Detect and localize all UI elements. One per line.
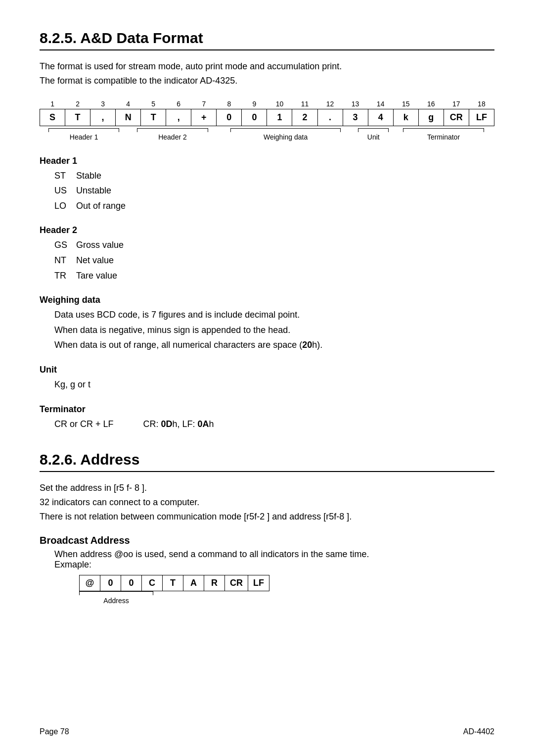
- col-val-8: 0: [217, 109, 242, 126]
- col-num-11: 11: [292, 99, 317, 109]
- weighing-title: Weighing data: [40, 295, 494, 305]
- col-num-4: 4: [116, 99, 141, 109]
- broadcast-desc: When address @oo is used, send a command…: [54, 549, 494, 570]
- bracket-label-terminator: Terminator: [427, 133, 460, 141]
- weighing-line-1: Data uses BCD code, is 7 figures and is …: [54, 307, 494, 323]
- header1-content: STStableUSUnstableLOOut of range: [54, 168, 494, 214]
- unit-title: Unit: [40, 365, 494, 375]
- col-val-17: CR: [444, 109, 469, 126]
- bracket-container: Header 1Header 2Weighing dataUnitTermina…: [40, 128, 494, 141]
- bracket-cell-Header 2: Header 2: [128, 128, 217, 141]
- terminator-left: CR or CR + LF: [54, 417, 114, 432]
- bracket-cell-Terminator: Terminator: [393, 128, 494, 141]
- col-num-3: 3: [90, 99, 116, 109]
- terminator-section: Terminator CR or CR + LF CR: 0Dh, LF: 0A…: [40, 404, 494, 432]
- page-number: Page 78: [40, 727, 69, 736]
- code-key: TR: [54, 268, 72, 284]
- unit-content: Kg, g or t: [54, 377, 494, 392]
- header1-item-st: STStable: [54, 168, 494, 184]
- header2-content: GSGross valueNTNet valueTRTare value: [54, 237, 494, 283]
- col-val-3: ,: [90, 109, 116, 126]
- header1-title: Header 1: [40, 156, 494, 166]
- bracket-label-table: Header 1Header 2Weighing dataUnitTermina…: [40, 128, 494, 141]
- page-footer: Page 78 AD-4402: [0, 727, 534, 736]
- intro826-line: There is not relation between communicat…: [40, 510, 494, 524]
- header1-section: Header 1 STStableUSUnstableLOOut of rang…: [40, 156, 494, 214]
- broadcast-bracket-wrapper: Address: [79, 591, 153, 605]
- col-val-14: 4: [368, 109, 393, 126]
- bracket-cell-Unit: Unit: [355, 128, 393, 141]
- col-num-17: 17: [444, 99, 469, 109]
- broadcast-bracket-label: Address: [103, 597, 129, 605]
- broadcast-bracket-area: Address: [79, 591, 494, 605]
- col-val-11: 2: [292, 109, 317, 126]
- bracket-cell-Weighing data: Weighing data: [217, 128, 355, 141]
- weighing-content: Data uses BCD code, is 7 figures and is …: [54, 307, 494, 353]
- col-num-6: 6: [166, 99, 191, 109]
- col-val-4: N: [116, 109, 141, 126]
- section-826-title: 8.2.6. Address: [40, 451, 494, 472]
- col-val-2: T: [65, 109, 90, 126]
- col-num-15: 15: [393, 99, 418, 109]
- col-val-6: ,: [166, 109, 191, 126]
- section-825-title: 8.2.5. A&D Data Format: [40, 30, 494, 50]
- col-num-2: 2: [65, 99, 90, 109]
- code-value: Net value: [76, 253, 114, 268]
- header2-title: Header 2: [40, 225, 494, 236]
- col-val-9: 0: [242, 109, 267, 126]
- code-key: ST: [54, 168, 72, 184]
- header2-item-tr: TRTare value: [54, 268, 494, 284]
- broadcast-desc2: Exmaple:: [54, 560, 494, 570]
- code-value: Tare value: [76, 268, 117, 284]
- col-num-10: 10: [267, 99, 292, 109]
- col-val-10: 1: [267, 109, 292, 126]
- intro826-line: Set the address in [r5 f- 8 ].: [40, 481, 494, 495]
- weighing-line-2: When data is negative, minus sign is app…: [54, 323, 494, 338]
- col-val-13: 3: [343, 109, 368, 126]
- col-num-16: 16: [418, 99, 444, 109]
- col-val-12: .: [317, 109, 343, 126]
- format-table-wrapper: 123456789101112131415161718 ST,NT,+0012.…: [40, 99, 494, 141]
- intro-paragraph: The format is used for stream mode, auto…: [40, 59, 494, 88]
- code-key: NT: [54, 253, 72, 268]
- bracket-label-weighingdata: Weighing data: [264, 133, 308, 141]
- weighing-line-3: When data is out of range, all numerical…: [54, 337, 494, 353]
- col-num-18: 18: [469, 99, 494, 109]
- broadcast-cell-8: LF: [248, 575, 269, 591]
- intro-line-1: The format is used for stream mode, auto…: [40, 59, 494, 74]
- col-val-15: k: [393, 109, 418, 126]
- intro-line-2: The format is compatible to the indicato…: [40, 74, 494, 88]
- broadcast-cell-0: @: [80, 575, 100, 591]
- col-num-1: 1: [40, 99, 65, 109]
- code-key: LO: [54, 198, 72, 214]
- broadcast-table: @00CTARCRLF: [79, 575, 269, 591]
- bracket-label-header2: Header 2: [158, 133, 187, 141]
- header2-item-nt: NTNet value: [54, 253, 494, 268]
- header2-section: Header 2 GSGross valueNTNet valueTRTare …: [40, 225, 494, 283]
- code-key: US: [54, 183, 72, 198]
- broadcast-cell-4: T: [163, 575, 183, 591]
- col-val-7: +: [191, 109, 217, 126]
- col-num-5: 5: [141, 99, 166, 109]
- code-value: Gross value: [76, 237, 124, 253]
- broadcast-section: Broadcast Address When address @oo is us…: [40, 535, 494, 605]
- terminator-content: CR or CR + LF CR: 0Dh, LF: 0Ah: [54, 417, 494, 432]
- terminator-right: CR: 0Dh, LF: 0Ah: [143, 417, 214, 432]
- col-num-14: 14: [368, 99, 393, 109]
- intro826-line: 32 indicators can connect to a computer.: [40, 495, 494, 510]
- broadcast-cell-2: 0: [121, 575, 142, 591]
- broadcast-desc1: When address @oo is used, send a command…: [54, 549, 494, 560]
- broadcast-cell-7: CR: [225, 575, 248, 591]
- terminator-title: Terminator: [40, 404, 494, 415]
- section826-intro: Set the address in [r5 f- 8 ].32 indicat…: [40, 481, 494, 523]
- broadcast-cell-5: A: [183, 575, 204, 591]
- broadcast-cell-3: C: [142, 575, 163, 591]
- col-val-1: S: [40, 109, 65, 126]
- col-val-5: T: [141, 109, 166, 126]
- col-val-16: g: [418, 109, 444, 126]
- model-number: AD-4402: [463, 727, 494, 736]
- code-value: Out of range: [76, 198, 126, 214]
- col-num-13: 13: [343, 99, 368, 109]
- bracket-cell-Header 1: Header 1: [40, 128, 128, 141]
- col-num-7: 7: [191, 99, 217, 109]
